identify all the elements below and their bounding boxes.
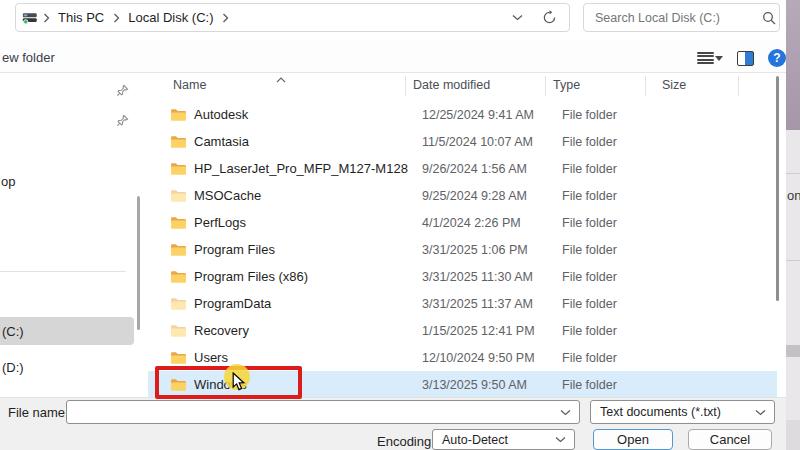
type-cell: File folder: [562, 351, 671, 365]
command-toolbar: [0, 40, 786, 73]
column-separator[interactable]: [545, 76, 546, 96]
folder-icon: [170, 135, 187, 149]
search-input[interactable]: [584, 11, 762, 25]
file-row[interactable]: MSOCache 9/25/2024 9:28 AM File folder: [148, 182, 777, 209]
drive-d-label: (D:): [0, 360, 24, 375]
file-name-cell: Autodesk: [194, 107, 422, 122]
file-row[interactable]: PerfLogs 4/1/2024 2:26 PM File folder: [148, 209, 777, 236]
folder-icon: [170, 162, 187, 176]
column-separator[interactable]: [405, 76, 406, 96]
preview-pane-icon[interactable]: [737, 51, 754, 66]
file-row[interactable]: ProgramData 3/31/2025 11:37 AM File fold…: [148, 290, 777, 317]
type-cell: File folder: [562, 243, 671, 257]
date-modified-cell: 3/31/2025 11:30 AM: [422, 270, 562, 284]
column-header-size[interactable]: Size: [662, 78, 686, 92]
background-divider: [786, 173, 800, 174]
background-titlebar: [786, 0, 800, 130]
file-name-cell: Users: [194, 350, 422, 365]
file-name-cell: Program Files: [194, 242, 422, 257]
background-window-strip: on: [786, 0, 800, 450]
list-scrollbar[interactable]: [776, 76, 779, 301]
file-row[interactable]: HP_LaserJet_Pro_MFP_M127-M128 9/26/2024 …: [148, 155, 777, 182]
pin-icon: [116, 113, 129, 131]
cancel-button[interactable]: Cancel: [688, 429, 772, 450]
type-cell: File folder: [562, 189, 671, 203]
file-type-select[interactable]: Text documents (*.txt): [590, 400, 775, 424]
file-name-cell: HP_LaserJet_Pro_MFP_M127-M128: [194, 161, 422, 176]
date-modified-cell: 3/31/2025 1:06 PM: [422, 243, 562, 257]
this-pc-icon: [22, 10, 38, 26]
column-separator[interactable]: [645, 76, 646, 96]
column-separator[interactable]: [738, 76, 739, 96]
date-modified-cell: 11/5/2024 10:07 AM: [422, 135, 562, 149]
refresh-icon[interactable]: [541, 10, 557, 26]
date-modified-cell: 12/25/2024 9:41 AM: [422, 108, 562, 122]
sort-ascending-icon: [276, 69, 286, 87]
file-name-cell: Camtasia: [194, 134, 422, 149]
encoding-label: Encoding:: [377, 434, 435, 449]
encoding-select[interactable]: Auto-Detect: [432, 429, 575, 450]
background-text-fragment: on: [787, 188, 800, 203]
chevron-right-icon[interactable]: [217, 10, 233, 26]
file-row[interactable]: Camtasia 11/5/2024 10:07 AM File folder: [148, 128, 777, 155]
chevron-down-icon[interactable]: [560, 409, 579, 416]
folder-icon: [170, 189, 187, 203]
file-row[interactable]: Autodesk 12/25/2024 9:41 AM File folder: [148, 101, 777, 128]
folder-icon: [170, 351, 187, 365]
type-cell: File folder: [562, 108, 671, 122]
encoding-value: Auto-Detect: [433, 433, 555, 447]
file-row[interactable]: Program Files (x86) 3/31/2025 11:30 AM F…: [148, 263, 777, 290]
sidebar-item-desktop[interactable]: op: [1, 174, 15, 189]
chevron-right-icon[interactable]: [38, 10, 54, 26]
sidebar-scrollbar[interactable]: [137, 196, 140, 330]
list-view-icon: [697, 52, 714, 65]
address-dropdown-chevron-icon[interactable]: [509, 10, 525, 26]
address-bar[interactable]: This PC Local Disk (C:): [15, 3, 570, 32]
background-divider: [786, 260, 800, 261]
new-folder-button[interactable]: ew folder: [2, 50, 55, 65]
column-header-date-modified[interactable]: Date modified: [413, 78, 490, 92]
file-list: Name Date modified Type Size Autodesk 12…: [148, 74, 786, 397]
date-modified-cell: 1/15/2025 12:41 PM: [422, 324, 562, 338]
folder-icon: [170, 297, 187, 311]
file-name-cell: ProgramData: [194, 296, 422, 311]
file-type-value: Text documents (*.txt): [591, 405, 755, 419]
type-cell: File folder: [562, 135, 671, 149]
help-icon[interactable]: ?: [768, 49, 786, 67]
file-name-cell: PerfLogs: [194, 215, 422, 230]
folder-icon: [170, 108, 187, 122]
sidebar-divider: [0, 271, 126, 272]
file-name-cell: MSOCache: [194, 188, 422, 203]
breadcrumb-local-disk-c[interactable]: Local Disk (C:): [124, 10, 217, 25]
chevron-right-icon[interactable]: [108, 10, 124, 26]
column-header-name[interactable]: Name: [173, 78, 206, 92]
search-icon[interactable]: [762, 11, 786, 25]
folder-icon: [170, 216, 187, 230]
sidebar-item-drive-d[interactable]: (D:): [0, 353, 134, 381]
background-band: [786, 345, 800, 357]
date-modified-cell: 4/1/2024 2:26 PM: [422, 216, 562, 230]
type-cell: File folder: [562, 216, 671, 230]
open-file-dialog: on This PC Local Disk (C:): [0, 0, 800, 450]
file-row[interactable]: Program Files 3/31/2025 1:06 PM File fol…: [148, 236, 777, 263]
breadcrumb-this-pc[interactable]: This PC: [54, 10, 108, 25]
type-cell: File folder: [562, 162, 671, 176]
sidebar-item-drive-c[interactable]: (C:): [0, 317, 134, 345]
navigation-sidebar: op (C:) (D:): [0, 74, 134, 397]
open-button[interactable]: Open: [593, 429, 673, 450]
file-row[interactable]: Recovery 1/15/2025 12:41 PM File folder: [148, 317, 777, 344]
file-name-label: File name:: [8, 405, 69, 420]
pin-icon: [116, 83, 129, 101]
drive-c-label: (C:): [0, 324, 24, 339]
file-name-input[interactable]: [67, 405, 560, 420]
view-mode-button[interactable]: [697, 52, 723, 65]
type-cell: File folder: [562, 324, 671, 338]
date-modified-cell: 9/26/2024 1:56 AM: [422, 162, 562, 176]
type-cell: File folder: [562, 378, 671, 392]
chevron-down-icon: [715, 56, 723, 61]
background-band: [786, 420, 800, 450]
date-modified-cell: 3/13/2025 9:50 AM: [422, 378, 562, 392]
folder-icon: [170, 243, 187, 257]
column-header-type[interactable]: Type: [553, 78, 580, 92]
date-modified-cell: 12/10/2024 9:50 PM: [422, 351, 562, 365]
